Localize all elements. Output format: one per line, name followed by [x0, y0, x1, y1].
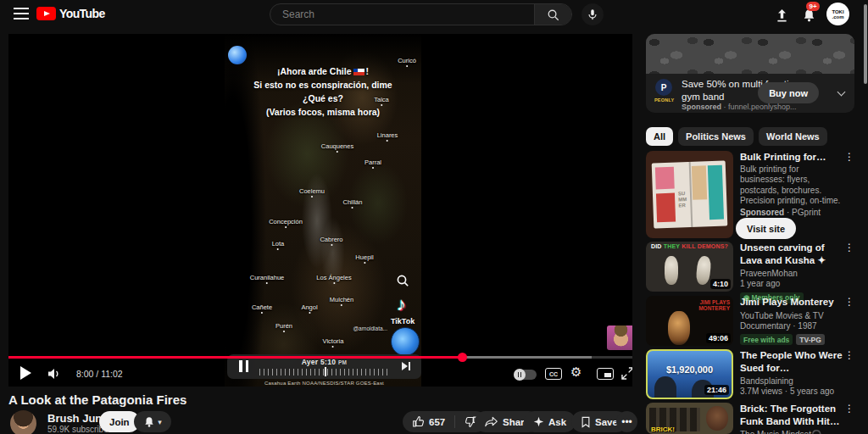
duration-badge: 21:46	[704, 385, 729, 395]
youtube-logo-text: YouTube	[59, 7, 105, 20]
ask-label: Ask	[548, 417, 566, 427]
recommended-video-item: BRICK! Brick: The Forgotten Funk Band Wi…	[646, 403, 854, 434]
recommended-video-item: DID THEY KILL DEMONS? 4:10 Unseen carvin…	[646, 242, 854, 292]
video-progress-bar[interactable]	[8, 356, 632, 359]
ad-item-thumbnail[interactable]: SU MM ER	[646, 151, 733, 238]
caption-line-4: (Varios focos, misma hora)	[225, 105, 421, 119]
fullscreen-button[interactable]	[621, 367, 632, 380]
settings-button[interactable]: ⚙	[570, 364, 581, 380]
chip-all[interactable]: All	[646, 127, 673, 146]
video-item-text: Jimi Plays Monterey YouTube Movies & TV …	[740, 296, 843, 346]
menu-icon[interactable]	[14, 8, 29, 19]
ad-item-description: Bulk printing for businesses: flyers, po…	[740, 164, 843, 207]
video-thumbnail[interactable]: BRICK!	[646, 403, 733, 434]
sponsored-label: Sponsored	[740, 208, 784, 217]
like-button[interactable]: 657	[403, 415, 454, 428]
sponsored-label: Sponsored	[682, 103, 721, 111]
progress-scrubber[interactable]	[458, 353, 467, 362]
youtube-logo[interactable]: YouTube	[36, 7, 105, 20]
share-icon	[484, 416, 498, 427]
tiktok-search-icon	[396, 274, 409, 287]
ad-chevron-icon[interactable]	[837, 88, 846, 97]
ad-sponsored-line: Sponsored · funnel.peonlyshop...	[682, 103, 797, 111]
video-thumbnail[interactable]: DID THEY KILL DEMONS? 4:10	[646, 242, 733, 292]
item-menu-icon[interactable]: ⋮	[844, 296, 854, 308]
subtitles-button[interactable]: CC	[545, 368, 562, 380]
map-label: Curanilahue	[250, 274, 284, 281]
like-count: 657	[429, 417, 445, 427]
video-thumbnail[interactable]: $1,920,000 21:46	[646, 349, 733, 399]
channel-avatar[interactable]	[10, 410, 36, 434]
map-label: Cabrero	[320, 236, 342, 243]
video-item-text: Brick: The Forgotten Funk Band With Hits…	[740, 403, 843, 434]
volume-button[interactable]	[47, 368, 63, 380]
video-item-title[interactable]: Jimi Plays Monterey	[740, 296, 843, 309]
ad-item-text: Bulk Printing for Business Bulk printing…	[740, 151, 843, 217]
carving-figure	[695, 255, 711, 285]
thumb-text: SU MM ER	[678, 191, 687, 209]
ask-button[interactable]: Ask	[524, 411, 576, 432]
map-label: Parral	[364, 159, 381, 166]
video-thumbnail[interactable]: JIMI PLAYS MONTEREY 49:06	[646, 296, 733, 346]
map-label: Cañete	[252, 303, 272, 311]
video-item-channel: PraveenMohan	[740, 269, 843, 278]
item-menu-icon[interactable]: ⋮	[844, 242, 854, 253]
autoplay-toggle[interactable]	[514, 370, 537, 380]
theater-mode-button[interactable]	[597, 368, 614, 380]
map-label: Angol	[301, 303, 317, 311]
item-menu-icon[interactable]: ⋮	[844, 151, 854, 163]
item-menu-icon[interactable]: ⋮	[844, 349, 854, 361]
video-item-title[interactable]: Unseen carving of Lava and Kusha ✦	[740, 242, 843, 266]
video-item-channel: The Music Mindset🎧	[740, 430, 843, 434]
upload-button[interactable]	[773, 7, 790, 24]
search-bar	[270, 3, 572, 25]
video-item-title[interactable]: The People Who Were Sued for Downloading…	[740, 349, 843, 374]
bell-icon	[143, 416, 155, 428]
map-label: Lota	[272, 240, 285, 248]
filter-chips: All Politics News World News	[646, 127, 827, 146]
chip-world-news[interactable]: World News	[759, 127, 827, 146]
account-avatar[interactable]: TOKI .com	[826, 3, 849, 25]
ad-item-title[interactable]: Bulk Printing for Business	[740, 151, 843, 164]
video-title: A Look at the Patagonia Fires	[8, 392, 186, 407]
sparkle-icon	[533, 416, 544, 427]
map-label: Victoria	[323, 337, 344, 345]
video-item-meta: 3.7M views · 5 years ago	[740, 387, 843, 396]
thumbnail-caption: BRICK!	[651, 426, 675, 433]
volume-icon	[47, 368, 63, 380]
ad-cta-button[interactable]: Buy now	[758, 82, 819, 103]
thumbnail-caption: $1,920,000	[648, 364, 732, 375]
free-with-ads-badge: Free with ads	[740, 334, 793, 345]
sidebar-ad-item: SU MM ER Bulk Printing for Business Bulk…	[646, 151, 854, 239]
chile-flag-icon	[353, 69, 364, 75]
video-item-text: The People Who Were Sued for Downloading…	[740, 349, 843, 396]
page-scrollbar[interactable]	[864, 4, 867, 84]
guitarist-figure	[668, 311, 690, 345]
sidebar-ad-card[interactable]: P PEONLY Save 50% on multi function gym …	[646, 34, 854, 113]
video-item-title[interactable]: Brick: The Forgotten Funk Band With Hits…	[740, 403, 843, 427]
notification-preference-button[interactable]: ▾	[134, 411, 171, 432]
chip-politics-news[interactable]: Politics News	[678, 127, 754, 146]
ad-item-sponsored: Sponsored · PGprint	[740, 208, 843, 217]
more-actions-button[interactable]: •••	[616, 411, 637, 432]
search-input[interactable]	[270, 4, 534, 25]
video-player[interactable]: ¡Ahora arde Chile! Si esto no es conspir…	[8, 34, 632, 387]
voice-search-button[interactable]	[581, 3, 604, 25]
notification-count-badge: 9+	[806, 2, 820, 11]
thumbs-up-icon	[412, 415, 425, 428]
chevron-down-icon: ▾	[158, 418, 162, 426]
advertiser-logo: P	[655, 79, 672, 96]
search-button[interactable]	[534, 4, 571, 25]
face-figure	[706, 406, 728, 431]
masthead: YouTube 9+ TOKI	[0, 0, 868, 29]
youtube-watch-page: YouTube 9+ TOKI	[0, 0, 868, 434]
ad-body: P PEONLY Save 50% on multi function gym …	[646, 74, 854, 113]
thumbnail-caption: JIMI PLAYS MONTEREY	[698, 299, 730, 311]
play-button[interactable]	[20, 366, 31, 380]
ad-banner-image[interactable]	[646, 34, 854, 74]
item-menu-icon[interactable]: ⋮	[844, 403, 854, 415]
map-label: Los Ángeles	[316, 274, 351, 281]
video-content-map: ¡Ahora arde Chile! Si esto no es conspir…	[225, 34, 421, 387]
map-label: Talca	[374, 96, 389, 103]
visit-site-button[interactable]: Visit site	[736, 218, 796, 239]
